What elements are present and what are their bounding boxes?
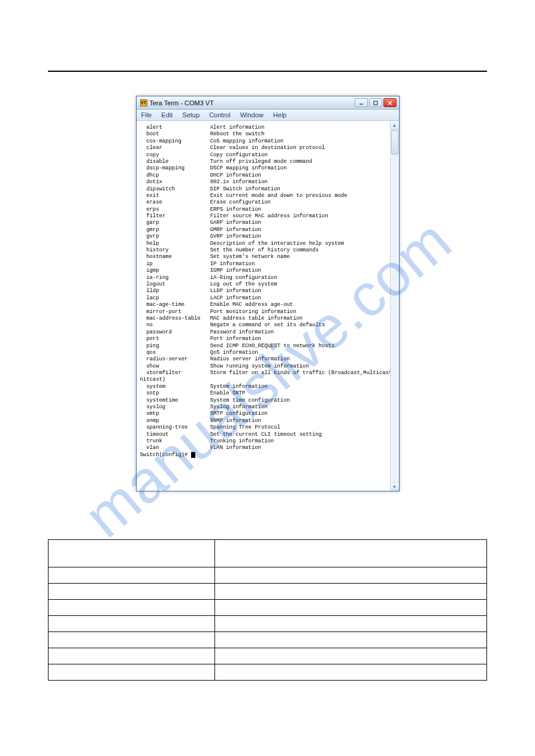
table-row xyxy=(49,616,487,632)
terminal-line: boot Reboot the switch xyxy=(140,131,397,138)
terminal-line: dscp-mapping DSCP mapping information xyxy=(140,165,397,172)
terminal-line: dot1x 802.1x information xyxy=(140,179,397,186)
table-cell xyxy=(49,584,215,600)
terminal-line: port Port information xyxy=(140,336,397,342)
terminal-line: timeout Set the current CLI timeout sett… xyxy=(140,432,397,438)
terminal-line: cos-mapping CoS mapping information xyxy=(140,138,397,145)
screenshot-container: VT Tera Term - COM3 VT File xyxy=(48,96,487,491)
terminal-line: copy Copy configuration xyxy=(140,152,397,159)
terminal-line: disable Turn off privileged mode command xyxy=(140,159,397,165)
terminal-line: no Negate a command or set its defaults xyxy=(140,322,397,329)
page-header-divider xyxy=(48,36,487,72)
terminal-line: Switch(config)# xyxy=(140,452,397,459)
terminal-line: gmrp GMRP information xyxy=(140,227,397,233)
terminal-line: stormfilter Storm filter on all kinds of… xyxy=(140,370,397,377)
menu-help[interactable]: Help xyxy=(273,111,287,119)
scroll-down-icon[interactable]: ▼ xyxy=(391,482,399,491)
terminal-line: ping Send ICMP ECHO_REQUEST to network h… xyxy=(140,343,397,350)
terminal-line: qos QoS information xyxy=(140,350,397,356)
window-titlebar: VT Tera Term - COM3 VT xyxy=(137,96,399,110)
app-icon: VT xyxy=(140,99,147,107)
table-row xyxy=(49,600,487,616)
terminal-line: vlan VLAN information xyxy=(140,445,397,451)
terminal-line: hostname Set system's network name xyxy=(140,254,397,260)
terminal-line: syslog Syslog information xyxy=(140,404,397,411)
table-cell xyxy=(49,632,215,648)
terminal-line: history Set the number of history comman… xyxy=(140,247,397,254)
terminal-line: systemtime System time configuration xyxy=(140,397,397,404)
terminal-line: sntp Enable SNTP xyxy=(140,390,397,397)
table-cell xyxy=(49,567,215,584)
terminal-line: igmp IGMP information xyxy=(140,268,397,274)
scrollbar[interactable]: ▲ ▼ xyxy=(390,121,399,491)
terminal-line: ia-ring iA-Ring configuration xyxy=(140,275,397,281)
table-cell xyxy=(215,567,487,584)
terminal-line: gvrp GVRP information xyxy=(140,233,397,240)
terminal-line: filter Filter source MAC address informa… xyxy=(140,213,397,220)
terminal-line: mirror-port Port monitoring information xyxy=(140,309,397,315)
menu-bar: File Edit Setup Control Window Help xyxy=(137,110,399,121)
reference-table xyxy=(48,539,487,681)
terminal-line: garp GARP information xyxy=(140,220,397,226)
terminal-line: exit Exit current mode and down to previ… xyxy=(140,193,397,199)
terminal-line: dipswitch DIP Switch information xyxy=(140,186,397,193)
terminal-line: system System information xyxy=(140,384,397,390)
menu-window[interactable]: Window xyxy=(240,111,264,119)
table-row xyxy=(49,632,487,648)
maximize-button[interactable] xyxy=(369,98,382,107)
terminal-line: lacp LACP information xyxy=(140,295,397,302)
terminal-line: erps ERPS information xyxy=(140,207,397,213)
terminal-line: snmp SNMP information xyxy=(140,418,397,424)
terminal-output[interactable]: alert Alert information boot Reboot the … xyxy=(137,121,399,491)
menu-setup[interactable]: Setup xyxy=(182,111,200,119)
cursor-icon xyxy=(191,452,195,458)
scroll-thumb[interactable] xyxy=(391,130,398,154)
table-cell xyxy=(215,584,487,600)
terminal-window: VT Tera Term - COM3 VT File xyxy=(136,96,400,491)
close-button[interactable] xyxy=(383,98,397,107)
svg-rect-1 xyxy=(374,101,377,105)
minimize-button[interactable] xyxy=(355,98,368,107)
table-row xyxy=(49,664,487,681)
table-row xyxy=(49,584,487,600)
table-cell xyxy=(215,616,487,632)
terminal-line: logout Log out of the system xyxy=(140,281,397,288)
table-cell xyxy=(49,600,215,616)
menu-control[interactable]: Control xyxy=(209,111,230,119)
terminal-line: spanning-tree Spanning Tree Protocol xyxy=(140,424,397,431)
terminal-line: password Password information xyxy=(140,329,397,336)
table-cell xyxy=(215,664,487,681)
window-title: Tera Term - COM3 VT xyxy=(150,99,214,107)
table-cell xyxy=(49,648,215,664)
terminal-line: show Show running system information xyxy=(140,363,397,370)
terminal-line: alert Alert information xyxy=(140,125,397,131)
table-cell xyxy=(215,600,487,616)
table-row xyxy=(49,648,487,664)
menu-file[interactable]: File xyxy=(141,111,152,119)
terminal-line: help Description of the interactive help… xyxy=(140,241,397,247)
terminal-line: mac-age-time Enable MAC address age-out xyxy=(140,302,397,308)
table-cell xyxy=(215,648,487,664)
table-cell xyxy=(49,664,215,681)
table-cell xyxy=(215,632,487,648)
table-cell xyxy=(49,616,215,632)
terminal-line: lldp LLDP information xyxy=(140,288,397,294)
terminal-line: trunk Trunking information xyxy=(140,438,397,445)
terminal-line: nitcast) xyxy=(140,377,397,383)
menu-edit[interactable]: Edit xyxy=(161,111,173,119)
terminal-line: ip IP information xyxy=(140,261,397,268)
terminal-line: radius-server Radius server information xyxy=(140,356,397,363)
terminal-line: smtp SMTP configuration xyxy=(140,411,397,417)
scroll-up-icon[interactable]: ▲ xyxy=(391,121,399,130)
table-header-1 xyxy=(49,540,215,567)
terminal-line: clear Clear values in destination protoc… xyxy=(140,145,397,151)
table-header-2 xyxy=(215,540,487,567)
terminal-line: mac-address-table MAC address table info… xyxy=(140,315,397,322)
terminal-line: dhcp DHCP information xyxy=(140,172,397,179)
terminal-line: erase Erase configuration xyxy=(140,199,397,206)
table-row xyxy=(49,567,487,584)
